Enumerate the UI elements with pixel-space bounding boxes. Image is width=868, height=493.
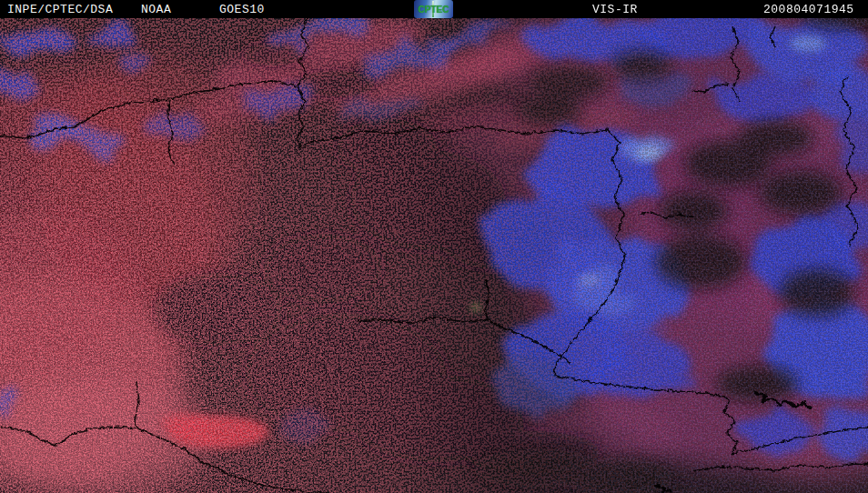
header-bar: INPE/CPTEC/DSA NOAA GOES10 CPTEC VIS-IR …: [0, 0, 868, 18]
satellite-viewer: INPE/CPTEC/DSA NOAA GOES10 CPTEC VIS-IR …: [0, 0, 868, 493]
satellite-image: [0, 18, 868, 493]
dark-grain-layer: [0, 18, 868, 493]
timestamp-label: 200804071945: [763, 3, 854, 16]
product-label: VIS-IR: [592, 3, 638, 16]
agency-label: INPE/CPTEC/DSA: [7, 3, 113, 16]
satellite-label: GOES10: [219, 3, 265, 16]
operator-label: NOAA: [141, 3, 171, 16]
cptec-logo: CPTEC: [414, 0, 453, 18]
cptec-logo-text: CPTEC: [419, 5, 449, 15]
